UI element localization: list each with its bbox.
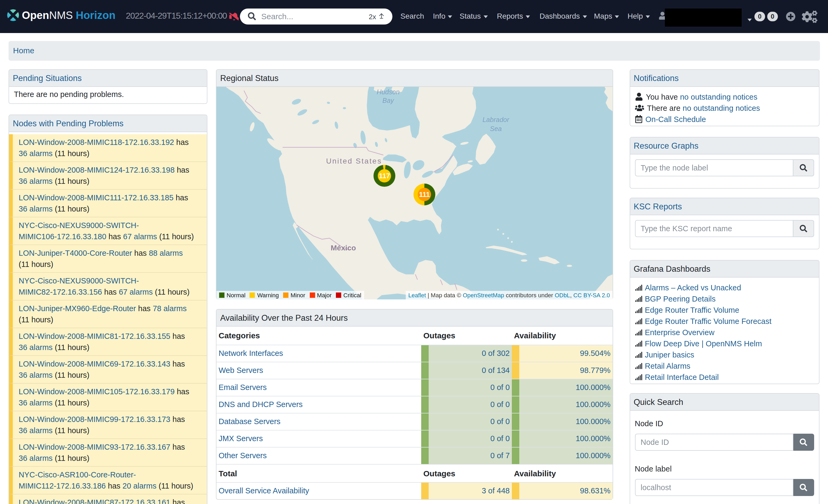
svg-text:México: México [331, 244, 356, 252]
svg-text:117: 117 [379, 172, 390, 180]
svg-text:United States: United States [326, 157, 382, 165]
svg-text:111: 111 [419, 190, 430, 198]
svg-text:Sea: Sea [490, 125, 502, 132]
svg-text:Hudson: Hudson [377, 88, 400, 96]
svg-text:Labrador: Labrador [483, 116, 510, 123]
svg-text:Bay: Bay [382, 97, 394, 104]
